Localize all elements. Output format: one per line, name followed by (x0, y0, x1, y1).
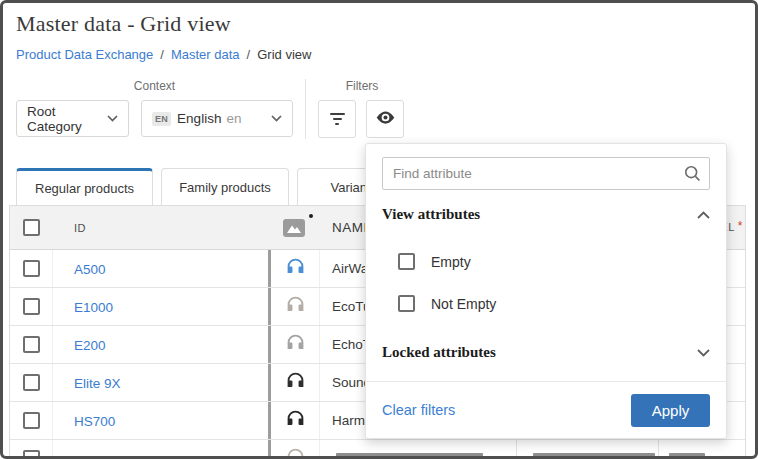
row-checkbox[interactable] (23, 336, 40, 353)
locale-code: en (226, 111, 241, 126)
clipped-text (669, 453, 705, 456)
chevron-down-icon (697, 343, 710, 361)
image-column-icon (283, 219, 305, 237)
tab-bar: Regular products Family products Variant… (16, 168, 415, 205)
popup-footer: Clear filters Apply (366, 381, 726, 438)
select-all-checkbox[interactable] (23, 219, 40, 236)
image-column-dot (309, 214, 313, 218)
headphones-product-image (285, 332, 306, 357)
chevron-down-icon (271, 115, 282, 122)
eye-icon (375, 107, 396, 132)
column-header-id: ID (53, 222, 268, 234)
locale-language: English (177, 111, 221, 126)
filters-label: Filters (318, 79, 406, 93)
view-attributes-button[interactable] (366, 100, 404, 138)
not-empty-checkbox[interactable] (398, 295, 415, 312)
category-dropdown-value: Root Category (27, 104, 107, 134)
view-filters-popup: View attributes Empty Not Empty Locked a… (365, 143, 727, 439)
option-label: Empty (431, 254, 471, 270)
empty-checkbox[interactable] (398, 253, 415, 270)
context-label: Context (16, 79, 293, 93)
breadcrumb: Product Data Exchange / Master data / Gr… (16, 47, 311, 62)
headphones-product-image (285, 408, 306, 433)
headphones-product-image (285, 256, 306, 281)
search-icon (684, 165, 701, 186)
product-id-link[interactable]: A500 (74, 262, 106, 277)
row-checkbox[interactable] (23, 298, 40, 315)
row-checkbox[interactable] (23, 412, 40, 429)
toolbar-separator (305, 79, 306, 139)
page-title: Master data - Grid view (16, 11, 311, 37)
column-header-image (268, 206, 320, 249)
breadcrumb-separator: / (160, 47, 164, 62)
breadcrumb-link-product-data-exchange[interactable]: Product Data Exchange (16, 47, 153, 62)
row-checkbox[interactable] (23, 450, 40, 456)
chevron-down-icon (107, 115, 118, 122)
option-label: Not Empty (431, 296, 496, 312)
locale-dropdown[interactable]: EN English en (141, 100, 293, 137)
table-row-partial (10, 440, 745, 456)
product-id-link[interactable]: E1000 (74, 300, 113, 315)
headphones-product-image (285, 370, 306, 395)
row-checkbox[interactable] (23, 374, 40, 391)
tab-regular-products[interactable]: Regular products (16, 168, 153, 205)
headphones-product-image (285, 294, 306, 319)
page-header: Master data - Grid view Product Data Exc… (16, 11, 311, 62)
section-view-attributes[interactable]: View attributes (382, 205, 710, 223)
clipped-text (336, 453, 483, 456)
filter-list-icon (330, 112, 345, 127)
product-id-link[interactable]: E200 (74, 338, 106, 353)
apply-button[interactable]: Apply (631, 394, 710, 427)
row-checkbox[interactable] (23, 260, 40, 277)
column-divider (658, 440, 659, 456)
chevron-up-icon (697, 205, 710, 223)
breadcrumb-separator: / (247, 47, 251, 62)
section-locked-attributes[interactable]: Locked attributes (382, 343, 710, 361)
section-title: Locked attributes (382, 344, 496, 361)
filter-button[interactable] (318, 100, 356, 138)
clear-filters-link[interactable]: Clear filters (382, 402, 455, 418)
section-title: View attributes (382, 206, 480, 223)
product-id-link[interactable]: HS700 (74, 414, 115, 429)
option-not-empty: Not Empty (398, 295, 710, 312)
locale-badge: EN (152, 112, 171, 126)
app-window: Master data - Grid view Product Data Exc… (0, 0, 758, 459)
product-id-link[interactable]: Elite 9X (74, 376, 121, 391)
option-empty: Empty (398, 253, 710, 270)
tab-family-products[interactable]: Family products (161, 168, 289, 205)
context-group: Context Root Category EN English en (16, 79, 293, 137)
filters-group: Filters (318, 79, 406, 138)
column-divider (516, 440, 517, 456)
headphones-product-image (285, 446, 306, 456)
toolbar: Context Root Category EN English en (16, 79, 406, 139)
category-dropdown[interactable]: Root Category (16, 100, 129, 137)
breadcrumb-current: Grid view (257, 47, 311, 62)
clipped-text (533, 453, 655, 456)
breadcrumb-link-master-data[interactable]: Master data (171, 47, 240, 62)
required-asterisk: * (738, 221, 743, 231)
find-attribute-input[interactable] (382, 157, 710, 190)
